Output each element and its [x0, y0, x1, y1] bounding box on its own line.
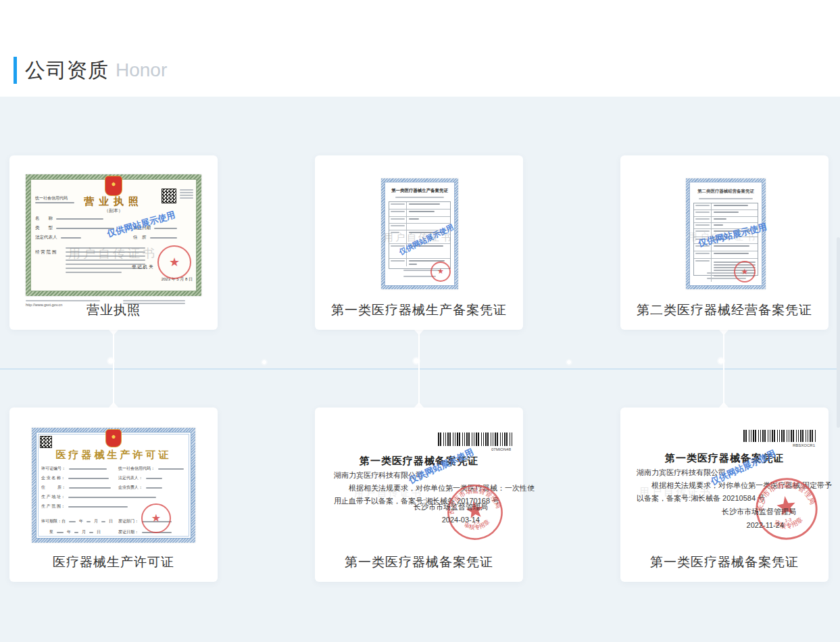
field-scope: 生 产 范 围：	[41, 503, 65, 510]
qr-code	[40, 436, 52, 448]
barcode	[438, 433, 512, 446]
watermark-user-upload: 用户自传证书	[354, 487, 423, 499]
field-scope-label: 经 营 范 围	[35, 249, 56, 254]
honor-panel: 营业执照 （副本） 统一社会信用代码 名 称	[0, 97, 840, 642]
field-company-name: 企 业 名 称：	[41, 475, 65, 481]
connector-line	[113, 330, 114, 408]
certificate-card-class1-production-filing[interactable]: 第一类医疗器械生产备案凭证 仅供网站展示使用	[315, 155, 523, 330]
certificate-card-production-license[interactable]: 医疗器械生产许可证 许可证编号： 统一社会信用代码： 企 业 名 称：	[9, 408, 218, 582]
national-emblem-icon	[105, 429, 122, 447]
document-issuer: 长沙市市场监督管理局	[414, 502, 488, 512]
credit-code-value	[35, 202, 74, 203]
connector-arrow-up	[109, 402, 118, 408]
card-caption: 医疗器械生产许可证	[9, 553, 218, 571]
red-seal-stamp	[734, 261, 756, 282]
red-seal-stamp	[157, 245, 191, 279]
watermark-user-upload: 用户自传证书	[68, 245, 157, 262]
card-caption: 第二类医疗器械经营备案凭证	[620, 301, 829, 319]
red-seal-stamp: 长沙市市场监督管理局 审核专用章 1-3	[442, 479, 508, 545]
qr-code	[162, 189, 176, 203]
certificate-card-class1-filing-b[interactable]: RBSXOCR1 第一类医疗器械备案凭证 湖南力宾医疗科技有限公司： 根据相关法…	[620, 408, 829, 582]
card-caption: 营业执照	[9, 301, 218, 319]
business-license-image: 营业执照 （副本） 统一社会信用代码 名 称	[26, 174, 201, 296]
certificate-card-business-license[interactable]: 营业执照 （副本） 统一社会信用代码 名 称	[9, 155, 218, 330]
issuer-label: 登 记 机 关	[132, 264, 153, 270]
field-term-to: 至	[49, 529, 53, 535]
connector-line	[723, 330, 724, 408]
red-seal-stamp	[430, 262, 451, 282]
field-address-label: 住 所	[133, 234, 147, 241]
field-site: 生 产 地 址：	[41, 494, 65, 500]
connector-arrow-up	[414, 402, 424, 408]
field-term: 许可期限：自	[41, 518, 66, 524]
production-license-image: 医疗器械生产许可证 许可证编号： 统一社会信用代码： 企 业 名 称：	[32, 428, 195, 543]
section-header: 公司资质 Honor	[14, 55, 167, 85]
timeline-connector	[107, 330, 120, 408]
svg-text:1-3: 1-3	[785, 517, 792, 522]
barcode-code: 07MION48	[491, 447, 511, 451]
document-title: 第一类医疗器械备案凭证	[315, 455, 523, 468]
barcode	[743, 430, 816, 442]
filing-title: 第二类医疗器械经营备案凭证	[692, 188, 759, 194]
document-date: 2024-03-14	[442, 516, 480, 524]
connector-arrow-up	[719, 402, 728, 408]
document-title: 第一类医疗器械备案凭证	[620, 452, 829, 465]
field-legal-label: 法定代表人	[35, 234, 57, 241]
page: 公司资质 Honor 营业执照	[0, 0, 840, 642]
section-title: 公司资质	[25, 57, 109, 84]
timeline-node	[567, 360, 571, 364]
timeline-connector	[412, 330, 426, 408]
document-issuer: 长沙市市场监督管理局	[722, 507, 796, 517]
watermark-user-upload: 用户自传证书	[688, 231, 757, 243]
field-dept: 发证部门：	[118, 518, 139, 524]
field-legal-rep: 法定代表人：	[118, 475, 143, 481]
field-credit-code: 统一社会信用代码：	[118, 466, 155, 472]
card-caption: 第一类医疗器械生产备案凭证	[315, 301, 523, 319]
national-emblem-icon	[105, 176, 122, 196]
timeline-node	[262, 360, 266, 364]
barcode-code: RBSXOCR1	[793, 443, 815, 447]
credit-code-label: 统一社会信用代码	[35, 195, 68, 201]
field-issue-date: 发证日期：	[118, 529, 139, 535]
qr-side-text	[180, 188, 193, 200]
field-residence: 住 所：	[41, 485, 66, 491]
field-name-label: 名 称	[35, 216, 53, 222]
section-subtitle: Honor	[116, 59, 167, 81]
accent-bar	[14, 57, 17, 84]
field-license-no: 许可证编号：	[41, 466, 66, 472]
document-date: 2022-11-24	[747, 521, 784, 529]
field-type-label: 类 型	[35, 225, 53, 231]
watermark-user-upload: 用户自传证书	[384, 232, 453, 244]
license-title: 医疗器械生产许可证	[36, 449, 191, 462]
card-caption: 第一类医疗器械备案凭证	[620, 553, 829, 571]
connector-line	[418, 330, 420, 408]
field-head: 企业负责人：	[118, 485, 143, 491]
certificate-card-class2-operation-filing[interactable]: 第二类医疗器械经营备案凭证	[620, 155, 829, 330]
certificate-card-class1-filing-a[interactable]: 07MION48 第一类医疗器械备案凭证 湖南力宾医疗科技有限公司： 根据相关法…	[315, 408, 523, 582]
red-seal-stamp	[141, 503, 171, 533]
timeline-connector	[717, 330, 731, 408]
scrollbar[interactable]	[837, 237, 840, 428]
watermark-user-upload: 用户自传证书	[639, 486, 712, 499]
card-caption: 第一类医疗器械备案凭证	[315, 553, 523, 571]
filing-title: 第一类医疗器械生产备案凭证	[387, 187, 452, 193]
